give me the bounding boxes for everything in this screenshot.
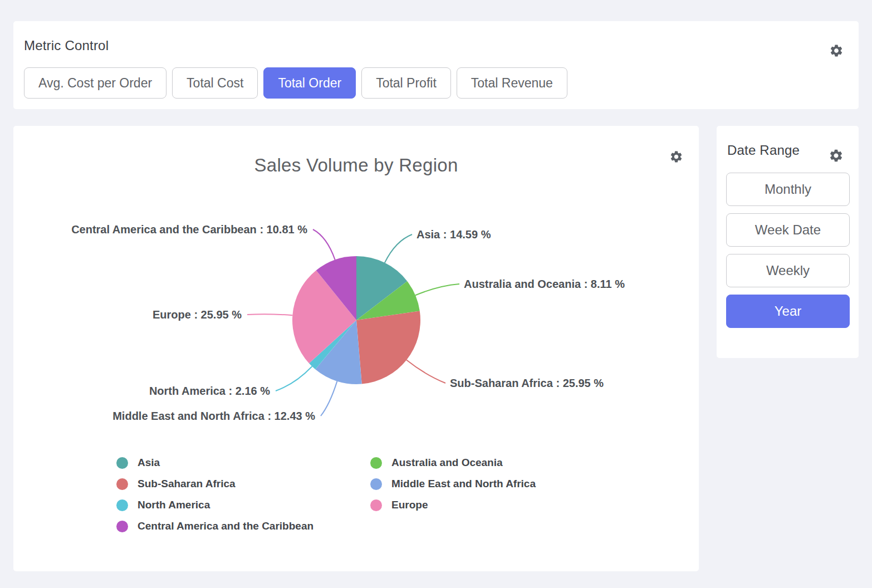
pie-label-asia: Asia : 14.59 % xyxy=(417,228,491,241)
legend-item-australia-and-oceania[interactable]: Australia and Oceania xyxy=(370,452,536,473)
gear-icon xyxy=(829,148,844,163)
dashboard-page: Metric Control Avg. Cost per OrderTotal … xyxy=(0,0,872,588)
pie-label-line-north-america xyxy=(276,366,312,391)
legend-label: Australia and Oceania xyxy=(391,457,503,469)
pie-label-north-america: North America : 2.16 % xyxy=(149,385,270,398)
legend-label: North America xyxy=(138,499,210,511)
metric-button-total-revenue[interactable]: Total Revenue xyxy=(457,67,567,99)
legend-column-2: Australia and OceaniaMiddle East and Nor… xyxy=(370,452,536,516)
metric-button-total-profit[interactable]: Total Profit xyxy=(361,67,451,99)
pie-label-australia-and-oceania: Australia and Oceania : 8.11 % xyxy=(464,278,625,291)
settings-gear-icon[interactable] xyxy=(829,43,844,58)
legend-label: Middle East and North Africa xyxy=(391,478,536,490)
legend-label: Sub-Saharan Africa xyxy=(138,478,236,490)
date-range-button-weekly[interactable]: Weekly xyxy=(726,254,850,287)
metric-control-title: Metric Control xyxy=(24,38,109,53)
date-range-button-monthly[interactable]: Monthly xyxy=(726,173,850,206)
legend-item-sub-saharan-africa[interactable]: Sub-Saharan Africa xyxy=(116,473,313,494)
legend-item-europe[interactable]: Europe xyxy=(370,494,536,516)
pie-label-line-central-america-and-the-caribbean xyxy=(313,229,335,260)
legend-dot-sub-saharan-africa xyxy=(116,478,128,490)
pie-label-europe: Europe : 25.95 % xyxy=(153,308,242,321)
metric-control-panel: Metric Control Avg. Cost per OrderTotal … xyxy=(13,21,859,109)
legend-dot-asia xyxy=(116,457,128,469)
legend-dot-middle-east-and-north-africa xyxy=(370,478,382,490)
metric-button-total-order[interactable]: Total Order xyxy=(263,67,356,99)
pie-label-line-europe xyxy=(247,314,292,315)
sales-volume-chart-panel: Sales Volume by Region Asia : 14.59 %Aus… xyxy=(13,126,699,571)
gear-icon xyxy=(829,43,844,58)
legend-item-central-america-and-the-caribbean[interactable]: Central America and the Caribbean xyxy=(116,516,313,537)
legend-label: Asia xyxy=(138,457,160,469)
pie-label-sub-saharan-africa: Sub-Saharan Africa : 25.95 % xyxy=(450,377,604,390)
pie-label-line-middle-east-and-north-africa xyxy=(321,381,337,416)
settings-gear-icon[interactable] xyxy=(829,148,844,163)
metric-button-group: Avg. Cost per OrderTotal CostTotal Order… xyxy=(24,67,567,99)
date-range-title: Date Range xyxy=(727,143,800,158)
legend-dot-central-america-and-the-caribbean xyxy=(116,521,128,532)
pie-label-line-sub-saharan-africa xyxy=(406,360,445,383)
legend-column-1: AsiaSub-Saharan AfricaNorth AmericaCentr… xyxy=(116,452,313,537)
pie-label-middle-east-and-north-africa: Middle East and North Africa : 12.43 % xyxy=(112,410,315,423)
legend-item-north-america[interactable]: North America xyxy=(116,494,313,516)
metric-button-avg-cost-per-order[interactable]: Avg. Cost per Order xyxy=(24,67,166,99)
date-range-panel: Date Range MonthlyWeek DateWeeklyYear xyxy=(717,126,859,358)
date-range-button-week-date[interactable]: Week Date xyxy=(726,213,850,247)
metric-button-total-cost[interactable]: Total Cost xyxy=(172,67,258,99)
pie-slice-sub-saharan-africa[interactable] xyxy=(356,311,420,384)
pie-label-central-america-and-the-caribbean: Central America and the Caribbean : 10.8… xyxy=(71,223,307,236)
legend-label: Europe xyxy=(391,499,428,511)
legend-dot-australia-and-oceania xyxy=(370,457,382,469)
legend-label: Central America and the Caribbean xyxy=(138,520,313,532)
legend-dot-north-america xyxy=(116,499,128,511)
pie-label-line-australia-and-oceania xyxy=(415,284,459,295)
date-range-button-group: MonthlyWeek DateWeeklyYear xyxy=(726,173,850,328)
legend-item-asia[interactable]: Asia xyxy=(116,452,313,473)
pie-label-line-asia xyxy=(385,234,412,263)
date-range-button-year[interactable]: Year xyxy=(726,295,850,328)
legend-dot-europe xyxy=(370,499,382,511)
legend-item-middle-east-and-north-africa[interactable]: Middle East and North Africa xyxy=(370,473,536,494)
